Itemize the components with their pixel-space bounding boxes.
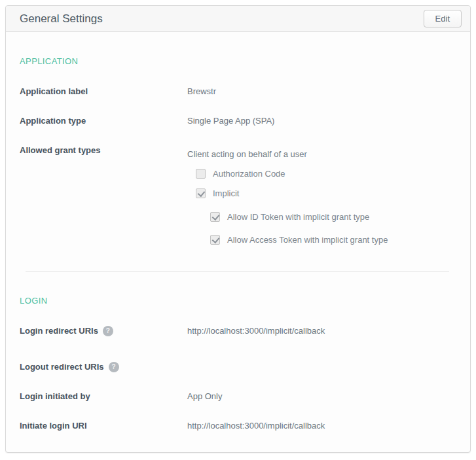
grant-group-label: Client acting on behalf of a user — [187, 149, 388, 160]
row-login-initiated-by: Login initiated by App Only — [20, 391, 456, 402]
checkbox-label: Implicit — [213, 188, 239, 199]
checkbox-row-allow-id-token: Allow ID Token with implicit grant type — [210, 211, 388, 222]
help-icon[interactable]: ? — [103, 326, 113, 336]
panel-header: General Settings Edit — [6, 6, 470, 32]
row-application-label: Application label Brewstr — [20, 86, 456, 97]
help-icon[interactable]: ? — [109, 362, 119, 372]
row-logout-redirect-uris: Logout redirect URIs ? — [20, 361, 456, 372]
initiate-login-key: Initiate login URI — [20, 420, 187, 431]
section-divider — [26, 271, 449, 272]
checkbox-row-allow-access-token: Allow Access Token with implicit grant t… — [210, 234, 388, 245]
section-title-application: APPLICATION — [20, 56, 456, 66]
application-type-key: Application type — [20, 115, 187, 126]
checkbox-row-implicit: Implicit — [196, 188, 388, 199]
login-redirect-value: http://localhost:3000/implicit/callback — [187, 325, 325, 336]
row-login-redirect-uris: Login redirect URIs ? http://localhost:3… — [20, 325, 456, 336]
logout-redirect-label: Logout redirect URIs — [20, 361, 104, 372]
row-application-type: Application type Single Page App (SPA) — [20, 115, 456, 126]
general-settings-panel: General Settings Edit APPLICATION Applic… — [5, 5, 471, 453]
login-redirect-key: Login redirect URIs ? — [20, 325, 187, 336]
application-type-value: Single Page App (SPA) — [187, 115, 274, 126]
checkbox-label: Authorization Code — [213, 168, 285, 179]
edit-button[interactable]: Edit — [424, 10, 462, 27]
panel-body: APPLICATION Application label Brewstr Ap… — [6, 32, 470, 431]
implicit-checkbox[interactable] — [196, 188, 206, 198]
row-initiate-login-uri: Initiate login URI http://localhost:3000… — [20, 420, 456, 431]
checkbox-label: Allow ID Token with implicit grant type — [227, 211, 369, 222]
logout-redirect-key: Logout redirect URIs ? — [20, 361, 187, 372]
allow-access-token-checkbox[interactable] — [210, 235, 220, 245]
page-title: General Settings — [20, 12, 103, 26]
login-initiated-value: App Only — [187, 391, 222, 402]
row-grant-types: Allowed grant types Client acting on beh… — [20, 145, 456, 245]
section-title-login: LOGIN — [20, 296, 456, 306]
login-redirect-label: Login redirect URIs — [20, 325, 98, 336]
checkbox-label: Allow Access Token with implicit grant t… — [227, 234, 388, 245]
authorization-code-checkbox[interactable] — [196, 169, 206, 179]
application-label-value: Brewstr — [187, 86, 216, 97]
grant-types-value: Client acting on behalf of a user Author… — [187, 145, 388, 245]
allow-id-token-checkbox[interactable] — [210, 212, 220, 222]
initiate-login-value: http://localhost:3000/implicit/callback — [187, 420, 325, 431]
checkbox-row-authorization-code: Authorization Code — [196, 168, 388, 179]
grant-types-key: Allowed grant types — [20, 145, 187, 156]
login-initiated-key: Login initiated by — [20, 391, 187, 402]
application-label-key: Application label — [20, 86, 187, 97]
